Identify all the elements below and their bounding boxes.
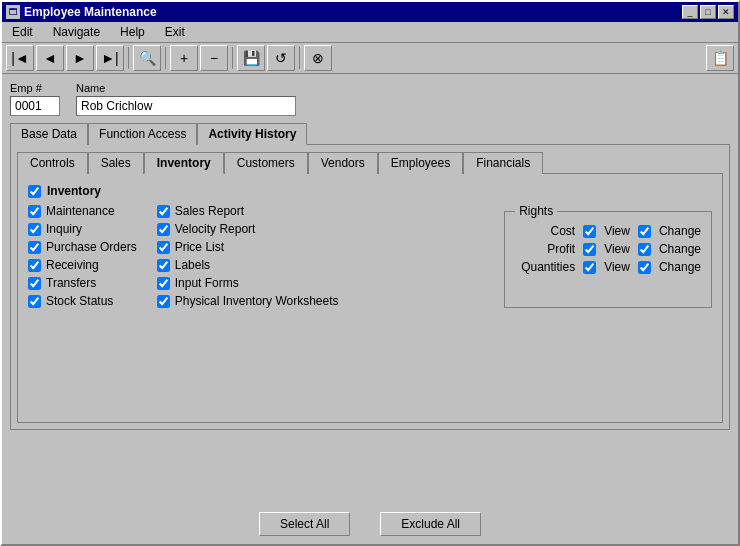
inner-tab-customers[interactable]: Customers: [224, 152, 308, 174]
close-button[interactable]: ✕: [718, 5, 734, 19]
tab-activity-history[interactable]: Activity History: [197, 123, 307, 145]
list-item: Labels: [157, 258, 339, 272]
name-label: Name: [76, 82, 296, 94]
input-forms-checkbox[interactable]: [157, 277, 170, 290]
stock-status-label: Stock Status: [46, 294, 113, 308]
sales-report-label: Sales Report: [175, 204, 244, 218]
toolbar-search-btn[interactable]: 🔍: [133, 45, 161, 71]
exclude-all-button[interactable]: Exclude All: [380, 512, 481, 536]
quantities-view-label: View: [604, 260, 630, 274]
name-field-group: Name: [76, 82, 296, 116]
toolbar-sep2: [165, 47, 166, 69]
inner-tab-employees[interactable]: Employees: [378, 152, 463, 174]
labels-label: Labels: [175, 258, 210, 272]
toolbar-save-btn[interactable]: 💾: [237, 45, 265, 71]
inventory-col1: Maintenance Inquiry Purchase Orders: [28, 204, 137, 308]
purchase-orders-checkbox[interactable]: [28, 241, 41, 254]
list-item: Stock Status: [28, 294, 137, 308]
velocity-report-checkbox[interactable]: [157, 223, 170, 236]
tab-function-access[interactable]: Function Access: [88, 123, 197, 145]
menu-bar: Edit Navigate Help Exit: [2, 22, 738, 43]
velocity-report-label: Velocity Report: [175, 222, 256, 236]
inner-tab-controls[interactable]: Controls: [17, 152, 88, 174]
window-icon: 🗔: [6, 5, 20, 19]
menu-navigate[interactable]: Navigate: [47, 24, 106, 40]
inventory-label: Inventory: [47, 184, 101, 198]
menu-help[interactable]: Help: [114, 24, 151, 40]
inquiry-checkbox[interactable]: [28, 223, 41, 236]
maintenance-checkbox[interactable]: [28, 205, 41, 218]
cost-change-checkbox[interactable]: [638, 225, 651, 238]
price-list-checkbox[interactable]: [157, 241, 170, 254]
emp-input[interactable]: [10, 96, 60, 116]
profit-view-checkbox[interactable]: [583, 243, 596, 256]
toolbar-sep3: [232, 47, 233, 69]
quantities-label: Quantities: [515, 260, 575, 274]
menu-edit[interactable]: Edit: [6, 24, 39, 40]
outer-tabs: Base Data Function Access Activity Histo…: [10, 122, 730, 144]
inventory-header: Inventory: [28, 184, 712, 198]
inventory-section: Inventory Maintenance: [28, 184, 712, 308]
quantities-change-checkbox[interactable]: [638, 261, 651, 274]
inventory-main-checkbox[interactable]: [28, 185, 41, 198]
cost-view-checkbox[interactable]: [583, 225, 596, 238]
transfers-checkbox[interactable]: [28, 277, 41, 290]
toolbar: |◄ ◄ ► ►| 🔍 + − 💾 ↺ ⊗ 📋: [2, 43, 738, 74]
list-item: Transfers: [28, 276, 137, 290]
toolbar-first-btn[interactable]: |◄: [6, 45, 34, 71]
rights-row-profit: Profit View Change: [515, 242, 701, 256]
cost-view-label: View: [604, 224, 630, 238]
name-input[interactable]: [76, 96, 296, 116]
toolbar-last-btn[interactable]: ►|: [96, 45, 124, 71]
toolbar-prev-btn[interactable]: ◄: [36, 45, 64, 71]
title-buttons: _ □ ✕: [682, 5, 734, 19]
select-all-button[interactable]: Select All: [259, 512, 350, 536]
list-item: Receiving: [28, 258, 137, 272]
inner-tab-sales[interactable]: Sales: [88, 152, 144, 174]
list-item: Velocity Report: [157, 222, 339, 236]
tab-base-data[interactable]: Base Data: [10, 123, 88, 145]
list-item: Inquiry: [28, 222, 137, 236]
window-title: Employee Maintenance: [24, 5, 157, 19]
sales-report-checkbox[interactable]: [157, 205, 170, 218]
list-item: Purchase Orders: [28, 240, 137, 254]
transfers-label: Transfers: [46, 276, 96, 290]
emp-label: Emp #: [10, 82, 60, 94]
toolbar-remove-btn[interactable]: −: [200, 45, 228, 71]
labels-checkbox[interactable]: [157, 259, 170, 272]
menu-exit[interactable]: Exit: [159, 24, 191, 40]
physical-inventory-checkbox[interactable]: [157, 295, 170, 308]
toolbar-next-btn[interactable]: ►: [66, 45, 94, 71]
content-area: Emp # Name Base Data Function Access Act…: [2, 74, 738, 504]
outer-tab-container: Base Data Function Access Activity Histo…: [10, 122, 730, 430]
inner-tab-financials[interactable]: Financials: [463, 152, 543, 174]
title-bar: 🗔 Employee Maintenance _ □ ✕: [2, 2, 738, 22]
list-item: Price List: [157, 240, 339, 254]
maximize-button[interactable]: □: [700, 5, 716, 19]
toolbar-stop-btn[interactable]: ⊗: [304, 45, 332, 71]
minimize-button[interactable]: _: [682, 5, 698, 19]
profit-change-checkbox[interactable]: [638, 243, 651, 256]
toolbar-right-btn[interactable]: 📋: [706, 45, 734, 71]
toolbar-add-btn[interactable]: +: [170, 45, 198, 71]
inventory-content: Maintenance Inquiry Purchase Orders: [28, 204, 712, 308]
list-item: Physical Inventory Worksheets: [157, 294, 339, 308]
rights-row-quantities: Quantities View Change: [515, 260, 701, 274]
list-item: Maintenance: [28, 204, 137, 218]
rights-legend: Rights: [515, 204, 557, 218]
toolbar-refresh-btn[interactable]: ↺: [267, 45, 295, 71]
quantities-view-checkbox[interactable]: [583, 261, 596, 274]
input-forms-label: Input Forms: [175, 276, 239, 290]
emp-field-group: Emp #: [10, 82, 60, 116]
inner-tab-inventory[interactable]: Inventory: [144, 152, 224, 174]
maintenance-label: Maintenance: [46, 204, 115, 218]
inner-tabs: Controls Sales Inventory Customers Vendo…: [17, 151, 723, 173]
main-window: 🗔 Employee Maintenance _ □ ✕ Edit Naviga…: [0, 0, 740, 546]
inner-tab-vendors[interactable]: Vendors: [308, 152, 378, 174]
profit-view-label: View: [604, 242, 630, 256]
profit-change-label: Change: [659, 242, 701, 256]
title-bar-left: 🗔 Employee Maintenance: [6, 5, 157, 19]
stock-status-checkbox[interactable]: [28, 295, 41, 308]
receiving-checkbox[interactable]: [28, 259, 41, 272]
inner-tab-container: Controls Sales Inventory Customers Vendo…: [17, 151, 723, 423]
